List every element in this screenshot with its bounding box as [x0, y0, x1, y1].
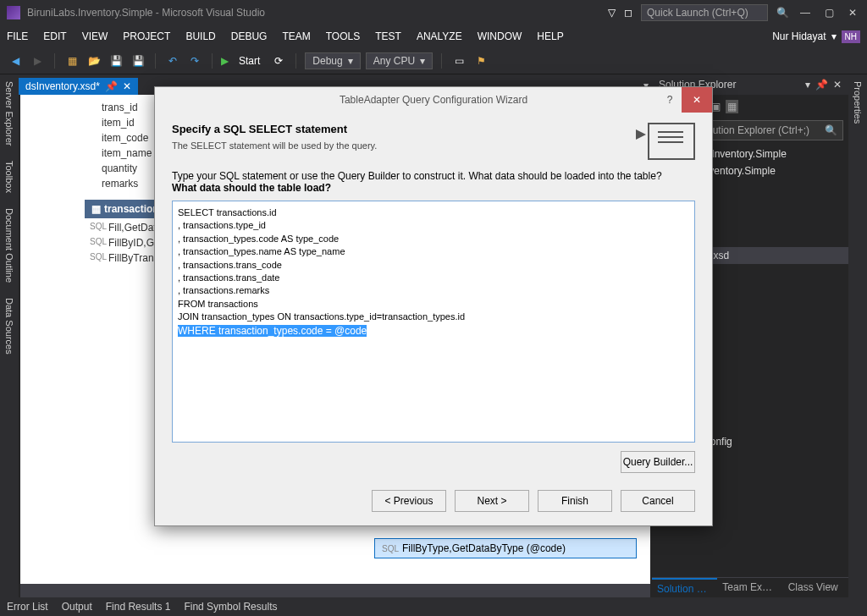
title-bar: BiruniLabs.Inventory.Simple - Microsoft … [0, 0, 867, 25]
menu-bar: FILE EDIT VIEW PROJECT BUILD DEBUG TEAM … [0, 25, 867, 47]
menu-window[interactable]: WINDOW [478, 30, 522, 42]
minimize-icon[interactable]: — [798, 5, 813, 20]
tab-properties[interactable]: Properties [851, 80, 864, 125]
save-icon[interactable]: 💾 [108, 52, 124, 69]
tab-output[interactable]: Output [62, 601, 92, 613]
undo-icon[interactable]: ↶ [164, 52, 181, 69]
search-icon: 🔍 [825, 124, 837, 136]
tab-toolbox[interactable]: Toolbox [3, 159, 16, 195]
maximize-icon[interactable]: ▢ [821, 5, 837, 20]
dialog-close-icon[interactable]: ✕ [682, 87, 712, 113]
wizard-glyph-icon [648, 123, 695, 160]
tableadapter-wizard-dialog: TableAdapter Query Configuration Wizard … [154, 86, 713, 526]
window-title: BiruniLabs.Inventory.Simple - Microsoft … [27, 7, 608, 19]
chevron-down-icon[interactable]: ▾ [831, 30, 837, 42]
dialog-heading: Specify a SQL SELECT statement [172, 123, 638, 135]
query-builder-button[interactable]: Query Builder... [621, 451, 695, 473]
cancel-button[interactable]: Cancel [621, 490, 695, 512]
flag-icon[interactable]: ⚑ [472, 52, 489, 69]
user-badge[interactable]: NH [842, 30, 860, 43]
notifications-icon[interactable]: ◻ [624, 7, 632, 19]
panel-tab-solution[interactable]: Solution Ex... [652, 578, 717, 597]
menu-analyze[interactable]: ANALYZE [417, 30, 462, 42]
panel-close-icon[interactable]: ✕ [833, 79, 842, 91]
show-all-icon[interactable]: ▦ [726, 100, 738, 113]
menu-team[interactable]: TEAM [282, 30, 310, 42]
feedback-icon[interactable]: ▽ [608, 7, 616, 19]
menu-view[interactable]: VIEW [82, 30, 108, 42]
panel-pin-icon[interactable]: 📌 [815, 79, 828, 91]
tab-data-sources[interactable]: Data Sources [3, 296, 16, 356]
browser-icon[interactable]: ▭ [450, 52, 467, 69]
right-tool-strip: Properties [848, 74, 867, 597]
finish-button[interactable]: Finish [538, 490, 612, 512]
nav-fwd-icon[interactable]: ▶ [29, 52, 46, 69]
save-all-icon[interactable]: 💾 [130, 52, 146, 69]
tab-find-symbol[interactable]: Find Symbol Results [184, 601, 277, 613]
menu-edit[interactable]: EDIT [43, 30, 66, 42]
redo-icon[interactable]: ↷ [186, 52, 203, 69]
tab-error-list[interactable]: Error List [7, 601, 48, 613]
dialog-help-icon[interactable]: ? [658, 87, 682, 113]
tab-document-outline[interactable]: Document Outline [3, 206, 16, 284]
toolbar: ◀ ▶ ▦ 📂 💾 💾 ↶ ↷ ▶ Start ⟳ Debug▾ Any CPU… [0, 47, 867, 74]
play-icon[interactable]: ▶ [221, 55, 229, 67]
vs-logo-icon [7, 6, 20, 19]
new-project-icon[interactable]: ▦ [64, 52, 80, 69]
dialog-subheading: The SELECT statement will be used by the… [172, 140, 638, 151]
menu-file[interactable]: FILE [7, 30, 28, 42]
document-tab[interactable]: dsInventory.xsd* 📌 ✕ [19, 78, 138, 95]
menu-tools[interactable]: TOOLS [326, 30, 360, 42]
platform-select[interactable]: Any CPU▾ [366, 52, 433, 69]
pin-icon[interactable]: 📌 [105, 80, 118, 92]
config-select[interactable]: Debug▾ [305, 52, 360, 69]
quick-launch-input[interactable]: Quick Launch (Ctrl+Q) [641, 4, 768, 21]
tab-server-explorer[interactable]: Server Explorer [3, 80, 16, 147]
search-icon[interactable]: 🔍 [776, 7, 789, 19]
next-button[interactable]: Next > [455, 490, 529, 512]
user-name[interactable]: Nur Hidayat [772, 30, 826, 42]
menu-test[interactable]: TEST [375, 30, 401, 42]
table-icon: ▦ [91, 203, 101, 215]
horizontal-scrollbar[interactable] [20, 584, 650, 597]
menu-build[interactable]: BUILD [185, 30, 215, 42]
refresh-icon[interactable]: ⟳ [270, 52, 287, 69]
previous-button[interactable]: < Previous [372, 490, 446, 512]
close-icon[interactable]: ✕ [845, 5, 860, 20]
start-button[interactable]: Start [234, 55, 265, 67]
dialog-prompt: Type your SQL statement or use the Query… [172, 170, 695, 194]
tab-find-results[interactable]: Find Results 1 [106, 601, 171, 613]
tab-close-icon[interactable]: ✕ [123, 80, 131, 92]
dialog-title: TableAdapter Query Configuration Wizard [340, 94, 527, 106]
panel-tab-team[interactable]: Team Explo... [717, 578, 782, 597]
menu-help[interactable]: HELP [537, 30, 563, 42]
menu-project[interactable]: PROJECT [123, 30, 170, 42]
panel-menu-icon[interactable]: ▾ [805, 79, 810, 91]
menu-debug[interactable]: DEBUG [231, 30, 268, 42]
selected-query[interactable]: SQL FillByType,GetDataByType (@code) [374, 538, 637, 558]
sql-textarea[interactable]: SELECT transactions.id , transactions.ty… [172, 201, 695, 443]
panel-tab-classview[interactable]: Class View [783, 578, 848, 597]
nav-back-icon[interactable]: ◀ [7, 52, 24, 69]
left-tool-strip: Server Explorer Toolbox Document Outline… [0, 74, 19, 597]
dataset-columns: trans_iditem_iditem_code item_namequanti… [97, 100, 157, 191]
open-file-icon[interactable]: 📂 [86, 52, 102, 69]
bottom-tabs: Error List Output Find Results 1 Find Sy… [0, 597, 867, 616]
